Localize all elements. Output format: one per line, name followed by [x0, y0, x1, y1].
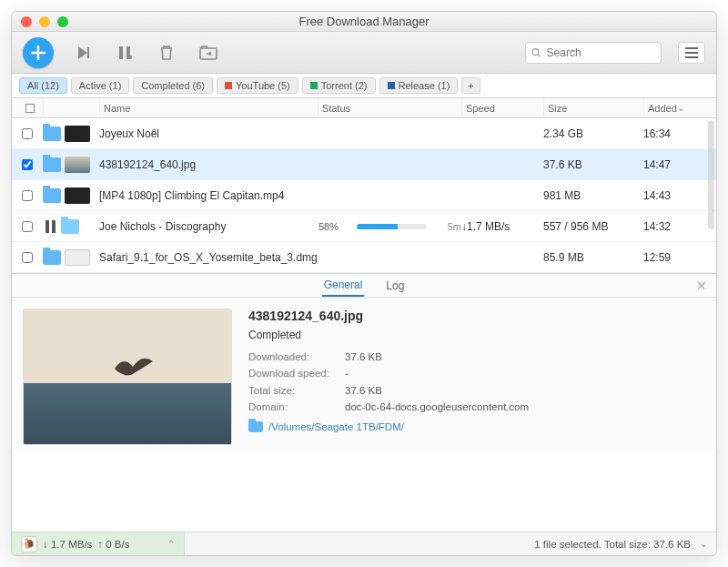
row-checkbox[interactable]	[22, 128, 33, 139]
folder-icon	[43, 250, 61, 265]
row-added: 14:43	[643, 189, 716, 202]
pause-icon	[117, 46, 132, 60]
svg-rect-1	[119, 46, 123, 59]
tag-color-icon	[225, 82, 232, 89]
row-added: 16:34	[643, 127, 716, 140]
filter-add-button[interactable]: +	[461, 77, 480, 94]
main-menu-button[interactable]	[678, 42, 705, 64]
table-row[interactable]: Safari_9.1_for_OS_X_Yosemite_beta_3.dmg …	[12, 242, 716, 273]
progress-percent: 58%	[318, 221, 349, 232]
kv-key: Domain:	[248, 399, 345, 415]
folder-icon	[43, 127, 61, 141]
move-button[interactable]	[196, 40, 221, 66]
row-name: Safari_9.1_for_OS_X_Yosemite_beta_3.dmg	[99, 251, 318, 264]
table-row[interactable]: Joe Nichols - Discography 58% 5m ↓1.7 MB…	[12, 211, 716, 242]
column-status[interactable]: Status	[318, 98, 461, 117]
close-detail-button[interactable]: ✕	[696, 278, 707, 293]
traffic-lights	[21, 16, 68, 27]
chevron-up-icon: ⌃	[167, 539, 175, 549]
kv-key: Downloaded:	[248, 349, 345, 365]
row-added: 14:47	[643, 158, 716, 171]
column-added[interactable]: Added ⌄	[643, 98, 716, 117]
preview-thumbnail	[23, 309, 232, 445]
row-size: 2.34 GB	[543, 127, 643, 140]
filter-tab-youtube[interactable]: YouTube (5)	[217, 77, 298, 94]
row-name: Joe Nichols - Discography	[99, 220, 318, 233]
tab-log[interactable]: Log	[384, 276, 406, 296]
detail-state: Completed	[248, 329, 705, 341]
speed-summary[interactable]: 🐌 ↓ 1.7 MB/s ↑ 0 B/s ⌃	[12, 532, 185, 555]
search-input-wrap[interactable]	[525, 42, 662, 64]
thumbnail-icon	[65, 157, 90, 173]
progress-eta: 5m	[434, 221, 461, 232]
tab-general[interactable]: General	[322, 275, 365, 297]
row-name: [MP4 1080p] Climbing El Capitan.mp4	[99, 189, 318, 202]
detail-panel: General Log ✕ 438192124_640.jpg Complete…	[12, 273, 716, 450]
table-row[interactable]: 438192124_640.jpg 37.6 KB 14:47	[12, 149, 716, 180]
row-size: 557 / 956 MB	[543, 220, 643, 233]
filter-tab-all[interactable]: All (12)	[19, 77, 67, 94]
kv-key: Download speed:	[248, 365, 345, 381]
folder-icon	[43, 157, 61, 172]
row-size: 85.9 MB	[543, 251, 643, 264]
zoom-window-button[interactable]	[57, 16, 68, 27]
row-added: 14:32	[643, 220, 716, 233]
bird-icon	[110, 350, 156, 387]
row-checkbox[interactable]	[22, 190, 33, 201]
status-bar: 🐌 ↓ 1.7 MB/s ↑ 0 B/s ⌃ 1 file selected. …	[12, 532, 716, 555]
table-row[interactable]: Joyeux Noël 2.34 GB 16:34	[12, 118, 716, 149]
detail-tabs: General Log ✕	[12, 274, 716, 298]
downloads-list: Joyeux Noël 2.34 GB 16:34 438192124_640.…	[12, 118, 716, 273]
tag-color-icon	[388, 82, 395, 89]
thumbnail-icon	[65, 126, 90, 142]
row-name: Joyeux Noël	[99, 127, 318, 140]
filter-tab-torrent[interactable]: Torrent (2)	[302, 77, 376, 94]
filter-tab-release[interactable]: Release (1)	[379, 77, 459, 94]
row-size: 37.6 KB	[543, 158, 643, 171]
row-checkbox[interactable]	[22, 252, 33, 263]
hamburger-icon	[685, 47, 698, 58]
row-checkbox[interactable]	[22, 221, 33, 232]
chevron-down-icon[interactable]: ⌄	[700, 539, 707, 549]
detail-path[interactable]: /Volumes/Seagate 1TB/FDM/	[248, 421, 705, 432]
column-speed[interactable]: Speed	[461, 98, 543, 117]
folder-icon	[43, 188, 61, 203]
svg-rect-0	[87, 47, 89, 58]
detail-info: 438192124_640.jpg Completed Downloaded:3…	[248, 309, 705, 439]
up-speed: ↑ 0 B/s	[97, 539, 129, 550]
column-name[interactable]: Name	[99, 98, 318, 117]
speed-limit-button[interactable]: 🐌	[21, 536, 37, 552]
kv-value: 37.6 KB	[345, 349, 382, 365]
row-status: 58% 5m	[318, 221, 461, 232]
delete-button[interactable]	[154, 40, 179, 66]
tag-color-icon	[310, 82, 318, 89]
folder-move-icon	[199, 46, 217, 60]
kv-key: Total size:	[248, 382, 345, 399]
search-input[interactable]	[547, 46, 655, 59]
titlebar: Free Download Manager	[12, 12, 716, 32]
folder-icon	[61, 219, 79, 234]
table-row[interactable]: [MP4 1080p] Climbing El Capitan.mp4 981 …	[12, 180, 716, 211]
downloads-pane: Name Status Speed Size Added ⌄ Joyeux No…	[12, 98, 716, 532]
pause-state-icon	[43, 220, 57, 233]
minimize-window-button[interactable]	[39, 16, 50, 27]
select-all-checkbox-icon[interactable]	[25, 104, 35, 113]
filter-tab-active[interactable]: Active (1)	[71, 77, 129, 94]
scrollbar[interactable]	[708, 120, 714, 229]
pause-button[interactable]	[112, 40, 137, 66]
add-download-button[interactable]	[23, 37, 54, 68]
toolbar	[12, 32, 716, 74]
detail-title: 438192124_640.jpg	[248, 309, 705, 323]
selection-summary: 1 file selected. Total size: 37.6 KB	[534, 539, 691, 550]
filter-tab-completed[interactable]: Completed (6)	[133, 77, 213, 94]
filter-bar: All (12) Active (1) Completed (6) YouTub…	[12, 74, 716, 98]
kv-value: -	[345, 365, 349, 381]
svg-point-5	[532, 48, 539, 55]
row-name: 438192124_640.jpg	[99, 158, 318, 171]
start-button[interactable]	[70, 40, 96, 66]
row-checkbox[interactable]	[22, 159, 33, 170]
column-size[interactable]: Size	[543, 98, 643, 117]
trash-icon	[159, 45, 174, 61]
path-text: /Volumes/Seagate 1TB/FDM/	[268, 421, 404, 432]
close-window-button[interactable]	[21, 16, 32, 27]
